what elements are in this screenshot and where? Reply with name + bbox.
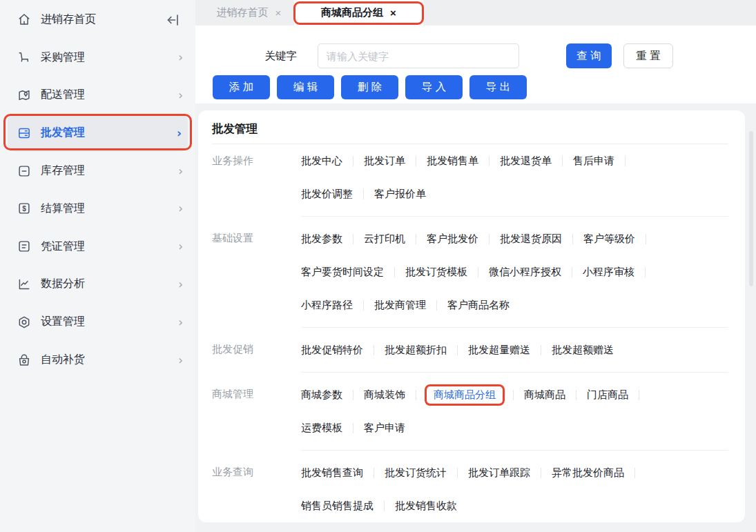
menu-link[interactable]: 商城商品 xyxy=(524,388,565,402)
chevron-right-icon: › xyxy=(178,50,183,64)
sidebar-item-voucher[interactable]: 凭证管理 › xyxy=(0,228,195,266)
keyword-input[interactable] xyxy=(318,43,519,68)
chevron-right-icon: › xyxy=(177,126,182,140)
separator xyxy=(416,390,416,400)
menu-link[interactable]: 批发价调整 xyxy=(301,188,353,201)
separator xyxy=(353,234,353,244)
menu-link[interactable]: 批发销售查询 xyxy=(301,466,363,480)
menu-link[interactable]: 客户等级价 xyxy=(583,233,635,246)
separator xyxy=(572,234,573,244)
chevron-right-icon: › xyxy=(178,88,183,102)
bag-icon xyxy=(17,353,32,368)
add-button[interactable]: 添 加 xyxy=(213,75,270,99)
menu-link[interactable]: 售后申请 xyxy=(573,155,614,168)
link-row: 批发促销特价 批发超额折扣 批发超量赠送 批发超额赠送 xyxy=(301,333,728,366)
separator xyxy=(625,156,626,166)
menu-link[interactable]: 批发中心 xyxy=(301,155,342,168)
chevron-right-icon: › xyxy=(178,239,183,253)
separator xyxy=(646,234,646,244)
sidebar-item-settings[interactable]: 设置管理 › xyxy=(0,303,195,341)
sidebar-item-wholesale[interactable]: 批发管理 › xyxy=(8,114,188,152)
close-icon[interactable]: × xyxy=(275,7,282,19)
menu-link[interactable]: 批发订单跟踪 xyxy=(468,466,530,480)
menu-link[interactable]: 批发退货单 xyxy=(500,155,552,168)
menu-link[interactable]: 客户批发价 xyxy=(427,233,478,246)
menu-link[interactable]: 批发参数 xyxy=(301,233,342,246)
menu-link[interactable]: 批发销售单 xyxy=(427,155,478,168)
separator xyxy=(489,234,490,244)
menu-link[interactable]: 门店商品 xyxy=(587,388,628,402)
menu-link[interactable]: 批发超量赠送 xyxy=(468,344,530,357)
menu-link[interactable]: 商城装饰 xyxy=(364,388,405,402)
close-icon[interactable]: × xyxy=(390,7,396,19)
separator xyxy=(363,300,364,311)
tab-mall-product-group[interactable]: 商城商品分组 × xyxy=(294,0,423,26)
sidebar-item-analytics[interactable]: 数据分析 › xyxy=(0,266,195,304)
menu-link[interactable]: 异常批发价商品 xyxy=(552,466,624,480)
menu-link[interactable]: 客户报价单 xyxy=(374,188,426,201)
menu-link[interactable]: 批发超额折扣 xyxy=(385,344,447,357)
link-row: 批发销售查询 批发订货统计 批发订单跟踪 异常批发价商品 xyxy=(301,456,728,489)
link-row: 客户要货时间设定 批发订货模板 微信小程序授权 小程序审核 xyxy=(301,255,728,288)
query-button[interactable]: 查 询 xyxy=(566,43,612,68)
sidebar-item-inventory[interactable]: 库存管理 › xyxy=(0,152,195,190)
menu-link-mall-product-group[interactable]: 商城商品分组 xyxy=(434,388,496,402)
menu-link[interactable]: 小程序路径 xyxy=(301,299,353,312)
separator xyxy=(363,189,364,199)
menu-link[interactable]: 客户申请 xyxy=(364,422,405,435)
separator xyxy=(374,468,374,478)
menu-link[interactable]: 运费模板 xyxy=(301,422,342,435)
menu-link[interactable]: 批发退货原因 xyxy=(500,233,562,246)
sidebar-item-label: 数据分析 xyxy=(41,277,178,291)
menu-link[interactable]: 微信小程序授权 xyxy=(489,266,561,279)
sidebar-item-purchase[interactable]: 采购管理 › xyxy=(0,39,195,77)
sidebar-item-delivery[interactable]: 配送管理 › xyxy=(0,77,195,115)
menu-link[interactable]: 销售员销售提成 xyxy=(301,500,374,513)
annotation-box-link: 商城商品分组 xyxy=(425,384,505,406)
tab-home[interactable]: 进销存首页 × xyxy=(204,0,294,26)
sidebar-item-label: 采购管理 xyxy=(41,50,178,65)
sidebar-item-settlement[interactable]: $ 结算管理 › xyxy=(0,190,195,228)
separator xyxy=(436,300,437,311)
separator xyxy=(541,345,541,355)
menu-link[interactable]: 客户要货时间设定 xyxy=(301,266,384,279)
cart-icon xyxy=(17,50,32,65)
menu-link[interactable]: 批发订单 xyxy=(364,155,405,168)
section-label: 商城管理 xyxy=(212,372,301,444)
link-row: 批发中心 批发订单 批发销售单 批发退货单 售后申请 xyxy=(301,144,728,177)
separator xyxy=(374,345,374,355)
link-row: 批发参数 云打印机 客户批发价 批发退货原因 客户等级价 xyxy=(301,222,728,255)
sidebar-item-label: 结算管理 xyxy=(41,201,178,216)
delete-button[interactable]: 删 除 xyxy=(341,75,398,99)
menu-link[interactable]: 批发促销特价 xyxy=(301,344,363,357)
link-row: 小程序路径 批发商管理 客户商品名称 xyxy=(301,288,728,322)
link-row: 运费模板 客户申请 xyxy=(301,411,728,444)
export-button[interactable]: 导 出 xyxy=(469,75,527,99)
import-button[interactable]: 导 入 xyxy=(405,75,463,99)
sidebar-item-replenish[interactable]: 自动补货 › xyxy=(0,341,195,379)
collapse-sidebar-icon[interactable] xyxy=(165,12,182,28)
menu-link[interactable]: 批发销售收款 xyxy=(395,500,457,513)
link-row: 商城参数 商城装饰 商城商品分组 商城商品 门店商品 xyxy=(301,378,728,411)
menu-link[interactable]: 小程序审核 xyxy=(583,266,634,279)
edit-button[interactable]: 编 辑 xyxy=(277,75,334,99)
separator xyxy=(457,345,458,355)
separator xyxy=(457,468,458,478)
menu-link[interactable]: 商城参数 xyxy=(301,388,342,402)
menu-link[interactable]: 批发订货统计 xyxy=(385,466,447,480)
menu-link[interactable]: 批发订货模板 xyxy=(405,266,467,279)
reset-button[interactable]: 重 置 xyxy=(623,43,673,68)
gear-icon xyxy=(17,315,32,330)
separator xyxy=(353,423,353,433)
menu-link[interactable]: 云打印机 xyxy=(364,233,405,246)
home-icon xyxy=(17,12,32,27)
chevron-right-icon: › xyxy=(178,277,183,291)
chevron-right-icon: › xyxy=(178,164,183,178)
section-label: 业务操作 xyxy=(212,144,301,210)
menu-link[interactable]: 批发商管理 xyxy=(374,299,426,312)
menu-link[interactable]: 客户商品名称 xyxy=(447,299,510,312)
sidebar-item-home[interactable]: 进销存首页 xyxy=(0,1,195,39)
scrollbar-thumb[interactable] xyxy=(749,131,753,286)
sidebar-item-label: 设置管理 xyxy=(41,315,178,329)
menu-link[interactable]: 批发超额赠送 xyxy=(552,344,614,357)
